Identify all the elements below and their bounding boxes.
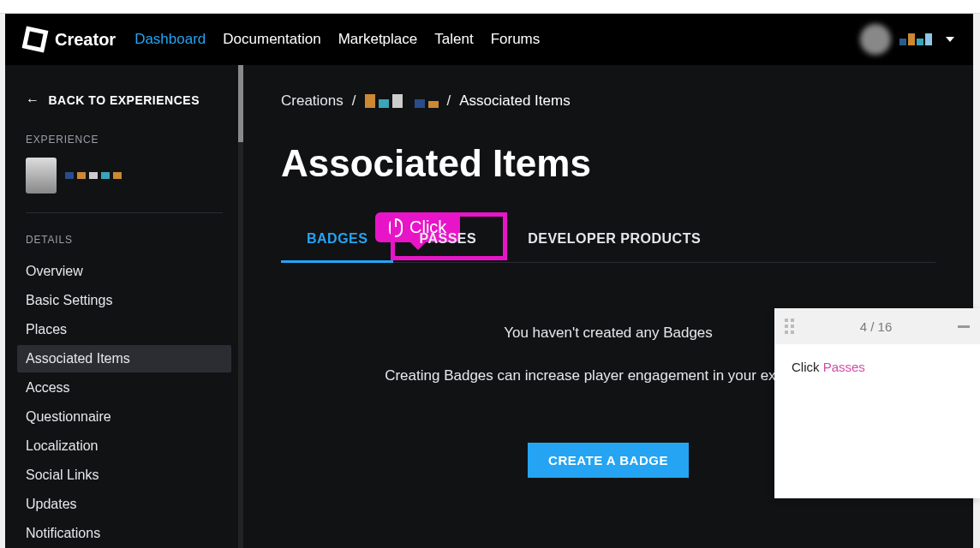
experience-section-label: EXPERIENCE xyxy=(26,134,223,146)
nav-documentation[interactable]: Documentation xyxy=(223,31,320,48)
breadcrumb-experience-obscured[interactable] xyxy=(365,94,439,108)
nav-left: Creator Dashboard Documentation Marketpl… xyxy=(24,28,540,51)
nav-right xyxy=(860,24,954,55)
tutorial-panel: 4 / 16 Click Passes xyxy=(774,308,980,498)
browser-chrome xyxy=(0,0,980,14)
sidebar-item-access[interactable]: Access xyxy=(17,374,231,402)
nav-links: Dashboard Documentation Marketplace Tale… xyxy=(134,31,540,48)
sidebar-item-notifications[interactable]: Notifications xyxy=(17,520,231,547)
sidebar-item-places[interactable]: Places xyxy=(17,316,231,343)
breadcrumb-sep-icon: / xyxy=(352,92,356,110)
minimize-icon[interactable] xyxy=(958,325,970,328)
nav-dashboard[interactable]: Dashboard xyxy=(134,31,206,48)
nav-talent[interactable]: Talent xyxy=(434,31,473,48)
user-menu-caret-icon[interactable] xyxy=(946,37,954,42)
logo-icon xyxy=(22,27,49,53)
breadcrumb-creations[interactable]: Creations xyxy=(281,92,344,110)
back-to-experiences[interactable]: ← BACK TO EXPERIENCES xyxy=(26,92,223,108)
avatar[interactable] xyxy=(860,24,891,55)
sidebar-item-localization[interactable]: Localization xyxy=(17,432,231,460)
drag-handle-icon[interactable] xyxy=(785,319,794,334)
hint-text-prefix: Click xyxy=(792,360,823,374)
sidebar-item-questionnaire[interactable]: Questionnaire xyxy=(17,403,231,431)
details-section-label: DETAILS xyxy=(26,234,223,246)
nav-forums[interactable]: Forums xyxy=(491,31,541,48)
tutorial-panel-body: Click Passes xyxy=(774,344,980,498)
tab-developer-products[interactable]: DEVELOPER PRODUCTS xyxy=(502,217,726,262)
details-nav: Overview Basic Settings Places Associate… xyxy=(26,258,223,547)
username-obscured xyxy=(899,33,932,45)
hint-text-highlight: Passes xyxy=(823,360,865,374)
logo[interactable]: Creator xyxy=(24,28,116,51)
tab-passes[interactable]: PASSES xyxy=(393,217,502,262)
breadcrumb: Creations / / Associated Items xyxy=(281,92,935,110)
tabs: BADGES PASSES DEVELOPER PRODUCTS xyxy=(281,217,935,263)
sidebar: ← BACK TO EXPERIENCES EXPERIENCE DETAILS… xyxy=(5,65,243,548)
logo-text: Creator xyxy=(55,30,116,50)
create-badge-button[interactable]: CREATE A BADGE xyxy=(528,443,689,478)
breadcrumb-current: Associated Items xyxy=(459,92,570,110)
breadcrumb-sep-icon: / xyxy=(447,92,451,110)
divider xyxy=(26,212,223,213)
sidebar-item-associated-items[interactable]: Associated Items xyxy=(17,345,231,372)
tutorial-panel-header: 4 / 16 xyxy=(774,308,980,344)
sidebar-item-social-links[interactable]: Social Links xyxy=(17,462,231,489)
arrow-left-icon: ← xyxy=(26,92,40,108)
nav-marketplace[interactable]: Marketplace xyxy=(338,31,418,48)
tab-badges[interactable]: BADGES xyxy=(281,217,393,263)
page-title: Associated Items xyxy=(281,142,935,185)
experience-row[interactable] xyxy=(26,158,223,194)
sidebar-item-basic-settings[interactable]: Basic Settings xyxy=(17,287,231,314)
back-label: BACK TO EXPERIENCES xyxy=(49,93,200,107)
experience-name-obscured xyxy=(65,172,122,179)
sidebar-item-overview[interactable]: Overview xyxy=(17,258,231,285)
sidebar-item-updates[interactable]: Updates xyxy=(17,491,231,518)
experience-thumbnail xyxy=(26,158,57,194)
step-counter: 4 / 16 xyxy=(860,319,893,334)
top-nav: Creator Dashboard Documentation Marketpl… xyxy=(5,14,973,65)
